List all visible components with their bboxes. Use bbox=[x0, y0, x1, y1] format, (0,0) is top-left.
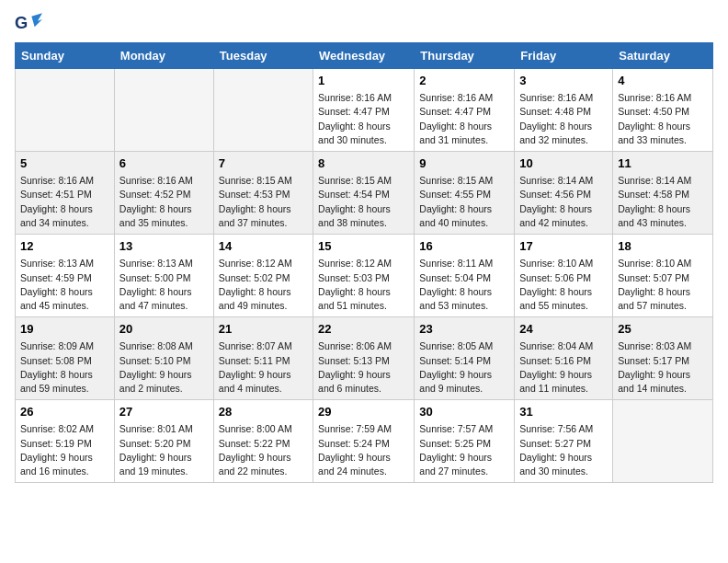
day-info: Sunrise: 8:10 AM Sunset: 5:07 PM Dayligh… bbox=[618, 257, 708, 313]
calendar-day-cell: 6Sunrise: 8:16 AM Sunset: 4:52 PM Daylig… bbox=[114, 152, 213, 235]
calendar-table: SundayMondayTuesdayWednesdayThursdayFrid… bbox=[15, 42, 713, 483]
day-number: 6 bbox=[119, 155, 209, 172]
day-number: 21 bbox=[219, 321, 308, 338]
day-number: 7 bbox=[219, 155, 308, 172]
calendar-day-cell: 2Sunrise: 8:16 AM Sunset: 4:47 PM Daylig… bbox=[415, 69, 515, 152]
calendar-day-cell: 23Sunrise: 8:05 AM Sunset: 5:14 PM Dayli… bbox=[415, 317, 515, 400]
calendar-day-cell: 16Sunrise: 8:11 AM Sunset: 5:04 PM Dayli… bbox=[415, 235, 515, 317]
day-info: Sunrise: 8:12 AM Sunset: 5:03 PM Dayligh… bbox=[318, 257, 409, 313]
day-number: 30 bbox=[419, 404, 509, 420]
day-info: Sunrise: 8:16 AM Sunset: 4:51 PM Dayligh… bbox=[20, 174, 109, 230]
day-number: 18 bbox=[618, 238, 708, 255]
calendar-header-thursday: Thursday bbox=[415, 43, 515, 69]
day-number: 10 bbox=[519, 155, 608, 172]
day-info: Sunrise: 8:09 AM Sunset: 5:08 PM Dayligh… bbox=[20, 339, 109, 396]
day-number: 1 bbox=[318, 73, 409, 89]
day-info: Sunrise: 8:11 AM Sunset: 5:04 PM Dayligh… bbox=[419, 257, 509, 313]
day-number: 19 bbox=[20, 321, 109, 338]
calendar-day-cell: 4Sunrise: 8:16 AM Sunset: 4:50 PM Daylig… bbox=[613, 69, 713, 152]
calendar-day-cell: 5Sunrise: 8:16 AM Sunset: 4:51 PM Daylig… bbox=[16, 152, 115, 235]
calendar-day-cell bbox=[16, 69, 115, 152]
calendar-day-cell: 31Sunrise: 7:56 AM Sunset: 5:27 PM Dayli… bbox=[515, 400, 613, 483]
day-info: Sunrise: 7:56 AM Sunset: 5:27 PM Dayligh… bbox=[519, 422, 608, 478]
day-info: Sunrise: 8:16 AM Sunset: 4:47 PM Dayligh… bbox=[419, 91, 509, 147]
day-info: Sunrise: 8:15 AM Sunset: 4:54 PM Dayligh… bbox=[318, 174, 409, 230]
calendar-day-cell: 28Sunrise: 8:00 AM Sunset: 5:22 PM Dayli… bbox=[213, 400, 313, 483]
day-number: 13 bbox=[119, 238, 209, 255]
day-info: Sunrise: 8:14 AM Sunset: 4:58 PM Dayligh… bbox=[618, 174, 708, 230]
calendar-day-cell bbox=[613, 400, 713, 483]
day-number: 15 bbox=[318, 238, 409, 255]
calendar-header-wednesday: Wednesday bbox=[313, 43, 415, 69]
calendar-day-cell: 9Sunrise: 8:15 AM Sunset: 4:55 PM Daylig… bbox=[415, 152, 515, 235]
calendar-day-cell: 12Sunrise: 8:13 AM Sunset: 4:59 PM Dayli… bbox=[16, 235, 115, 317]
calendar-day-cell: 26Sunrise: 8:02 AM Sunset: 5:19 PM Dayli… bbox=[16, 400, 115, 483]
day-info: Sunrise: 8:05 AM Sunset: 5:14 PM Dayligh… bbox=[419, 339, 509, 396]
svg-text:G: G bbox=[15, 13, 28, 32]
header: G bbox=[15, 9, 713, 35]
day-info: Sunrise: 8:12 AM Sunset: 5:02 PM Dayligh… bbox=[219, 257, 308, 313]
day-info: Sunrise: 7:59 AM Sunset: 5:24 PM Dayligh… bbox=[318, 422, 409, 478]
day-number: 27 bbox=[119, 404, 209, 420]
day-number: 8 bbox=[318, 155, 409, 172]
day-info: Sunrise: 8:03 AM Sunset: 5:17 PM Dayligh… bbox=[618, 339, 708, 396]
day-number: 31 bbox=[519, 404, 608, 420]
day-number: 12 bbox=[20, 238, 109, 255]
calendar-header-tuesday: Tuesday bbox=[213, 43, 313, 69]
day-info: Sunrise: 8:10 AM Sunset: 5:06 PM Dayligh… bbox=[519, 257, 608, 313]
day-info: Sunrise: 8:15 AM Sunset: 4:55 PM Dayligh… bbox=[419, 174, 509, 230]
calendar-day-cell: 20Sunrise: 8:08 AM Sunset: 5:10 PM Dayli… bbox=[114, 317, 213, 400]
day-number: 26 bbox=[20, 404, 109, 420]
day-number: 2 bbox=[419, 73, 509, 89]
calendar-day-cell: 13Sunrise: 8:13 AM Sunset: 5:00 PM Dayli… bbox=[114, 235, 213, 317]
calendar-day-cell: 18Sunrise: 8:10 AM Sunset: 5:07 PM Dayli… bbox=[613, 235, 713, 317]
day-info: Sunrise: 8:02 AM Sunset: 5:19 PM Dayligh… bbox=[20, 422, 109, 478]
calendar-week-row: 19Sunrise: 8:09 AM Sunset: 5:08 PM Dayli… bbox=[16, 317, 713, 400]
calendar-day-cell: 10Sunrise: 8:14 AM Sunset: 4:56 PM Dayli… bbox=[515, 152, 613, 235]
day-number: 20 bbox=[119, 321, 209, 338]
day-number: 4 bbox=[618, 73, 708, 89]
day-number: 16 bbox=[419, 238, 509, 255]
day-number: 25 bbox=[618, 321, 708, 338]
day-number: 17 bbox=[519, 238, 608, 255]
calendar-day-cell: 21Sunrise: 8:07 AM Sunset: 5:11 PM Dayli… bbox=[213, 317, 313, 400]
day-info: Sunrise: 8:01 AM Sunset: 5:20 PM Dayligh… bbox=[119, 422, 209, 478]
day-number: 3 bbox=[519, 73, 608, 89]
calendar-day-cell: 11Sunrise: 8:14 AM Sunset: 4:58 PM Dayli… bbox=[613, 152, 713, 235]
day-number: 5 bbox=[20, 155, 109, 172]
calendar-header-monday: Monday bbox=[114, 43, 213, 69]
day-number: 9 bbox=[419, 155, 509, 172]
calendar-day-cell bbox=[213, 69, 313, 152]
day-number: 29 bbox=[318, 404, 409, 420]
calendar-day-cell: 17Sunrise: 8:10 AM Sunset: 5:06 PM Dayli… bbox=[515, 235, 613, 317]
day-number: 24 bbox=[519, 321, 608, 338]
logo: G bbox=[15, 13, 46, 35]
calendar-day-cell bbox=[114, 69, 213, 152]
calendar-header-friday: Friday bbox=[515, 43, 613, 69]
svg-marker-1 bbox=[31, 13, 42, 27]
calendar-header-saturday: Saturday bbox=[613, 43, 713, 69]
calendar-day-cell: 8Sunrise: 8:15 AM Sunset: 4:54 PM Daylig… bbox=[313, 152, 415, 235]
calendar-week-row: 5Sunrise: 8:16 AM Sunset: 4:51 PM Daylig… bbox=[16, 152, 713, 235]
day-number: 14 bbox=[219, 238, 308, 255]
calendar-header-sunday: Sunday bbox=[16, 43, 115, 69]
calendar-day-cell: 25Sunrise: 8:03 AM Sunset: 5:17 PM Dayli… bbox=[613, 317, 713, 400]
day-info: Sunrise: 8:00 AM Sunset: 5:22 PM Dayligh… bbox=[219, 422, 308, 478]
day-info: Sunrise: 8:16 AM Sunset: 4:47 PM Dayligh… bbox=[318, 91, 409, 147]
day-number: 11 bbox=[618, 155, 708, 172]
day-info: Sunrise: 8:04 AM Sunset: 5:16 PM Dayligh… bbox=[519, 339, 608, 396]
calendar-day-cell: 1Sunrise: 8:16 AM Sunset: 4:47 PM Daylig… bbox=[313, 69, 415, 152]
day-info: Sunrise: 8:14 AM Sunset: 4:56 PM Dayligh… bbox=[519, 174, 608, 230]
day-info: Sunrise: 8:16 AM Sunset: 4:48 PM Dayligh… bbox=[519, 91, 608, 147]
calendar-day-cell: 24Sunrise: 8:04 AM Sunset: 5:16 PM Dayli… bbox=[515, 317, 613, 400]
day-info: Sunrise: 8:13 AM Sunset: 5:00 PM Dayligh… bbox=[119, 257, 209, 313]
calendar-header-row: SundayMondayTuesdayWednesdayThursdayFrid… bbox=[16, 43, 713, 69]
calendar-day-cell: 7Sunrise: 8:15 AM Sunset: 4:53 PM Daylig… bbox=[213, 152, 313, 235]
day-info: Sunrise: 8:13 AM Sunset: 4:59 PM Dayligh… bbox=[20, 257, 109, 313]
calendar-day-cell: 29Sunrise: 7:59 AM Sunset: 5:24 PM Dayli… bbox=[313, 400, 415, 483]
calendar-day-cell: 19Sunrise: 8:09 AM Sunset: 5:08 PM Dayli… bbox=[16, 317, 115, 400]
logo-icon: G bbox=[15, 13, 42, 35]
day-info: Sunrise: 8:16 AM Sunset: 4:50 PM Dayligh… bbox=[618, 91, 708, 147]
calendar-day-cell: 15Sunrise: 8:12 AM Sunset: 5:03 PM Dayli… bbox=[313, 235, 415, 317]
day-info: Sunrise: 8:07 AM Sunset: 5:11 PM Dayligh… bbox=[219, 339, 308, 396]
